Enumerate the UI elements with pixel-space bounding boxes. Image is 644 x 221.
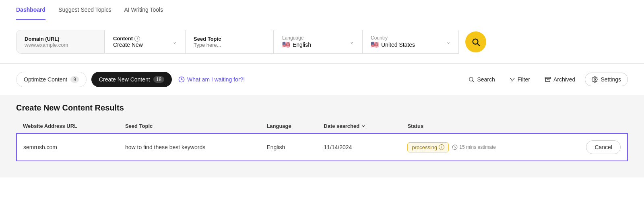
optimize-content-label: Optimize Content bbox=[24, 76, 67, 83]
row-action-cell: Cancel bbox=[555, 133, 627, 161]
domain-value: www.example.com bbox=[25, 42, 96, 48]
seed-topic-filter: Seed Topic bbox=[185, 30, 274, 54]
results-table: Website Address URL Seed Topic Language … bbox=[16, 119, 628, 161]
create-new-content-label: Create New Content bbox=[99, 76, 150, 83]
col-status: Status bbox=[401, 119, 555, 133]
country-chevron-icon: ⌄ bbox=[446, 39, 450, 45]
content-label: Content i bbox=[113, 35, 143, 42]
language-chevron-icon: ⌄ bbox=[350, 39, 354, 45]
row-url: semrush.com bbox=[17, 133, 119, 161]
results-section: Create New Content Results Website Addre… bbox=[0, 95, 644, 177]
content-filter[interactable]: Content i Create New ⌄ bbox=[105, 30, 185, 54]
country-label: Country bbox=[371, 35, 415, 41]
col-url: Website Address URL bbox=[17, 119, 119, 133]
table-row: semrush.com how to find these best keywo… bbox=[17, 133, 627, 161]
optimize-content-tab[interactable]: Optimize Content 9 bbox=[16, 72, 87, 87]
content-value: Create New bbox=[113, 42, 143, 48]
archived-action-label: Archived bbox=[553, 76, 575, 83]
waiting-link-label: What am I waiting for?! bbox=[187, 76, 245, 83]
seed-topic-input[interactable] bbox=[194, 42, 265, 48]
row-language: English bbox=[260, 133, 317, 161]
processing-info-icon: i bbox=[439, 144, 444, 150]
row-date: 11/14/2024 bbox=[317, 133, 401, 161]
filter-action[interactable]: Filter bbox=[505, 73, 535, 86]
country-filter[interactable]: Country 🇺🇸 United States ⌄ bbox=[362, 30, 459, 54]
country-value: 🇺🇸 United States bbox=[371, 41, 415, 48]
col-seed-topic: Seed Topic bbox=[119, 119, 260, 133]
create-new-content-tab[interactable]: Create New Content 18 bbox=[91, 72, 172, 87]
cancel-button[interactable]: Cancel bbox=[586, 140, 621, 154]
search-button[interactable] bbox=[465, 31, 486, 52]
processing-badge: processing i bbox=[407, 142, 449, 152]
tab-ai-writing[interactable]: AI Writing Tools bbox=[124, 0, 163, 20]
seed-topic-label: Seed Topic bbox=[194, 36, 265, 42]
col-language: Language bbox=[260, 119, 317, 133]
svg-line-4 bbox=[473, 81, 474, 82]
language-flag: 🇺🇸 bbox=[282, 41, 290, 48]
optimize-content-count: 9 bbox=[70, 76, 79, 83]
waiting-link[interactable]: What am I waiting for?! bbox=[178, 76, 245, 83]
svg-point-10 bbox=[594, 79, 596, 80]
tab-dashboard[interactable]: Dashboard bbox=[16, 0, 45, 20]
settings-button-label: Settings bbox=[601, 76, 621, 83]
results-title: Create New Content Results bbox=[16, 103, 628, 113]
content-toolbar: Optimize Content 9 Create New Content 18… bbox=[0, 64, 644, 95]
nav-tabs: Dashboard Suggest Seed Topics AI Writing… bbox=[0, 0, 644, 20]
col-date-searched[interactable]: Date searched bbox=[317, 119, 401, 133]
create-new-content-count: 18 bbox=[153, 76, 164, 83]
tab-suggest-seed[interactable]: Suggest Seed Topics bbox=[58, 0, 111, 20]
svg-line-1 bbox=[477, 44, 479, 46]
domain-filter: Domain (URL) www.example.com bbox=[16, 30, 105, 54]
content-info-icon: i bbox=[134, 36, 140, 42]
search-action[interactable]: Search bbox=[463, 73, 500, 86]
language-label: Language bbox=[282, 35, 311, 41]
estimate-text: 15 mins estimate bbox=[452, 144, 496, 150]
row-seed-topic: how to find these best keywords bbox=[119, 133, 260, 161]
svg-line-6 bbox=[513, 78, 514, 80]
filter-bar: Domain (URL) www.example.com Content i C… bbox=[0, 20, 644, 64]
settings-button[interactable]: Settings bbox=[585, 73, 628, 86]
row-status: processing i 15 mins estimate bbox=[401, 133, 555, 161]
filter-action-label: Filter bbox=[518, 76, 530, 83]
search-action-label: Search bbox=[477, 76, 495, 83]
archived-action[interactable]: Archived bbox=[540, 73, 580, 86]
domain-label: Domain (URL) bbox=[25, 36, 96, 42]
content-chevron-icon: ⌄ bbox=[173, 39, 177, 45]
language-filter[interactable]: Language 🇺🇸 English ⌄ bbox=[274, 30, 362, 54]
language-value: 🇺🇸 English bbox=[282, 41, 311, 48]
country-flag: 🇺🇸 bbox=[371, 41, 379, 48]
svg-line-5 bbox=[510, 78, 512, 80]
svg-rect-9 bbox=[545, 77, 550, 79]
